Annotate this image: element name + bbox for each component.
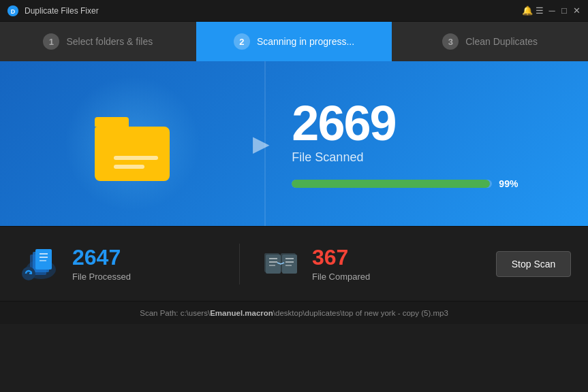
tab-clean-duplicates[interactable]: 3 Clean Duplicates (392, 22, 588, 61)
stat-processed-block: 2647 File Processed (0, 244, 239, 284)
svg-rect-16 (282, 255, 297, 274)
tab-label-scanning: Scanning in progress... (257, 36, 354, 47)
scan-area: ▶ 2669 File Scanned 99% (0, 61, 588, 226)
folder-line-1 (114, 156, 158, 160)
file-processed-icon (20, 244, 61, 284)
maximize-button[interactable]: □ (559, 6, 569, 16)
progress-container: 99% (292, 178, 523, 189)
scan-path-username: Emanuel.macron (210, 309, 273, 317)
svg-point-9 (22, 267, 35, 280)
scan-path-prefix: Scan Path: c:\users\ (140, 309, 210, 317)
folder-body (95, 127, 170, 181)
scan-path-bar: Scan Path: c:\users\Emanuel.macron\deskt… (0, 301, 588, 324)
file-compared-icon (260, 244, 301, 284)
stat-compared-text: 367 File Compared (312, 246, 370, 281)
titlebar-left: D Duplicate Files Fixer (7, 5, 99, 17)
files-scanned-count: 2669 (292, 99, 395, 148)
compared-count: 367 (312, 246, 370, 270)
stop-scan-block: Stop Scan (479, 251, 588, 277)
titlebar: D Duplicate Files Fixer 🔔 ☰ ─ □ ✕ (0, 0, 588, 22)
app-logo-icon: D (7, 5, 19, 17)
svg-rect-5 (35, 249, 52, 270)
files-scanned-label: File Scanned (292, 150, 363, 165)
processed-count: 2647 (72, 246, 131, 270)
scan-left-panel (0, 106, 264, 181)
tabs-bar: 1 Select folders & files 2 Scanning in p… (0, 22, 588, 61)
scan-arrow-icon: ▶ (253, 131, 270, 157)
titlebar-controls[interactable]: 🔔 ☰ ─ □ ✕ (523, 6, 581, 16)
progress-bar-bg (292, 180, 492, 188)
tab-label-select: Select folders & files (66, 36, 153, 47)
tab-select-folders[interactable]: 1 Select folders & files (0, 22, 196, 61)
close-button[interactable]: ✕ (572, 6, 581, 16)
folder-line-2 (114, 165, 144, 169)
folder-illustration (88, 106, 176, 181)
minimize-button[interactable]: ─ (547, 6, 557, 16)
tab-num-3: 3 (442, 33, 459, 50)
compared-label: File Compared (312, 272, 370, 282)
app-title: Duplicate Files Fixer (25, 6, 99, 16)
progress-percentage: 99% (499, 178, 523, 189)
tab-label-clean: Clean Duplicates (465, 36, 538, 47)
svg-text:D: D (11, 7, 16, 14)
tab-scanning[interactable]: 2 Scanning in progress... (196, 22, 392, 61)
scan-path-text: Scan Path: c:\users\Emanuel.macron\deskt… (140, 309, 448, 317)
folder-lines (114, 156, 158, 169)
stop-scan-button[interactable]: Stop Scan (496, 251, 572, 277)
tab-num-2: 2 (234, 33, 250, 50)
scan-path-suffix: \desktop\duplicates\top of new york - co… (273, 309, 448, 317)
stats-area: 2647 File Processed 367 File Compared St… (0, 226, 588, 301)
tab-num-1: 1 (43, 33, 59, 50)
folder-tab (95, 117, 129, 127)
stat-processed-text: 2647 File Processed (72, 246, 131, 281)
bell-icon[interactable]: 🔔 (523, 6, 532, 16)
svg-rect-11 (266, 255, 281, 274)
menu-icon[interactable]: ☰ (535, 6, 544, 16)
processed-label: File Processed (72, 272, 131, 282)
progress-bar-fill (292, 180, 490, 188)
scan-right-panel: 2669 File Scanned 99% (264, 99, 588, 189)
stat-compared-block: 367 File Compared (239, 244, 479, 284)
